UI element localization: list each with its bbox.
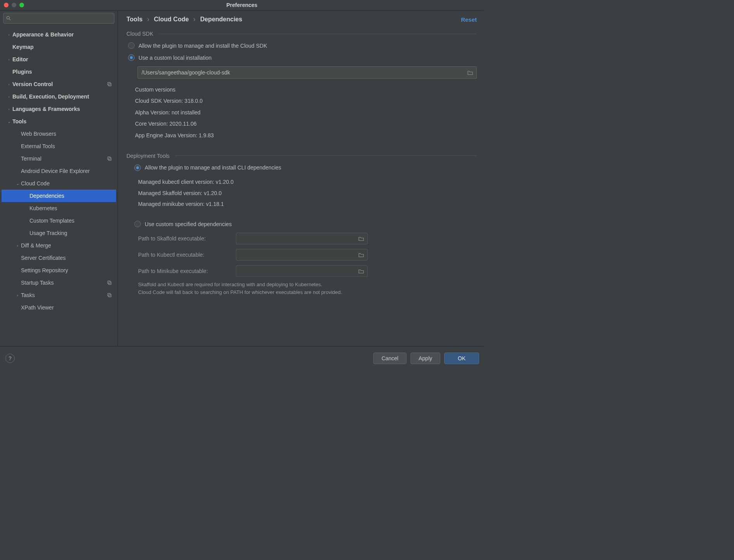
hint-line: Cloud Code will fall back to searching o… bbox=[138, 289, 477, 296]
section-divider bbox=[175, 156, 477, 156]
sidebar-item-custom-templates[interactable]: Custom Templates bbox=[2, 214, 116, 227]
managed-minikube: Managed minikube version: v1.18.1 bbox=[138, 199, 477, 210]
sidebar-item-label: Tools bbox=[12, 118, 112, 124]
folder-icon[interactable] bbox=[358, 252, 364, 258]
sidebar-item-terminal[interactable]: Terminal bbox=[2, 152, 116, 165]
svg-point-0 bbox=[7, 16, 9, 19]
breadcrumb-sep: › bbox=[194, 16, 196, 23]
sidebar-item-server-certificates[interactable]: Server Certificates bbox=[2, 252, 116, 264]
sidebar-item-diff-merge[interactable]: ›Diff & Merge bbox=[2, 239, 116, 252]
folder-icon[interactable] bbox=[467, 70, 473, 75]
hint-text: Skaffold and Kubectl are required for in… bbox=[138, 281, 477, 296]
search-icon bbox=[6, 16, 11, 21]
sidebar-item-settings-repository[interactable]: Settings Repository bbox=[2, 264, 116, 277]
chevron-right-icon[interactable]: › bbox=[5, 94, 12, 99]
version-core: Core Version: 2020.11.06 bbox=[135, 118, 477, 130]
ok-button[interactable]: OK bbox=[444, 353, 479, 364]
copy-icon[interactable] bbox=[107, 81, 112, 87]
close-window-button[interactable] bbox=[4, 3, 9, 7]
radio-label: Allow the plugin to manage and install C… bbox=[145, 164, 281, 171]
copy-icon[interactable] bbox=[107, 292, 112, 298]
breadcrumb-item: Dependencies bbox=[200, 16, 242, 23]
sdk-path-field[interactable]: /Users/sangeethaa/google-cloud-sdk bbox=[137, 66, 477, 79]
sidebar-item-plugins[interactable]: Plugins bbox=[2, 66, 116, 78]
breadcrumb-item[interactable]: Cloud Code bbox=[154, 16, 189, 23]
radio-icon bbox=[128, 54, 135, 61]
sidebar-item-appearance-behavior[interactable]: ›Appearance & Behavior bbox=[2, 28, 116, 41]
sidebar-item-label: Build, Execution, Deployment bbox=[12, 93, 112, 100]
sidebar-item-editor[interactable]: ›Editor bbox=[2, 53, 116, 66]
sidebar-item-label: Server Certificates bbox=[21, 255, 112, 261]
svg-rect-3 bbox=[107, 82, 110, 85]
exec-minikube-row: Path to Minikube executable: bbox=[138, 265, 477, 277]
sidebar-item-xpath-viewer[interactable]: XPath Viewer bbox=[2, 301, 116, 314]
cancel-button[interactable]: Cancel bbox=[373, 353, 407, 364]
reset-link[interactable]: Reset bbox=[461, 16, 477, 23]
sidebar-item-label: Cloud Code bbox=[21, 180, 112, 187]
sidebar-item-kubernetes[interactable]: Kubernetes bbox=[2, 202, 116, 214]
folder-icon[interactable] bbox=[358, 236, 364, 241]
sidebar-item-startup-tasks[interactable]: Startup Tasks bbox=[2, 277, 116, 289]
folder-icon[interactable] bbox=[358, 268, 364, 274]
radio-icon bbox=[134, 164, 141, 171]
copy-icon[interactable] bbox=[107, 156, 112, 161]
sidebar-item-dependencies[interactable]: Dependencies bbox=[2, 190, 116, 202]
sidebar-item-keymap[interactable]: Keymap bbox=[2, 41, 116, 53]
radio-sdk-custom[interactable]: Use a custom local installation bbox=[128, 54, 477, 61]
managed-skaffold: Managed Skaffold version: v1.20.0 bbox=[138, 188, 477, 199]
svg-rect-5 bbox=[107, 157, 110, 159]
chevron-right-icon[interactable]: › bbox=[5, 82, 12, 86]
preferences-sidebar: ›Appearance & BehaviorKeymap›EditorPlugi… bbox=[0, 10, 118, 346]
sidebar-item-label: XPath Viewer bbox=[21, 304, 112, 311]
sidebar-item-label: Keymap bbox=[12, 44, 112, 50]
hint-line: Skaffold and Kubectl are required for in… bbox=[138, 281, 477, 289]
chevron-right-icon[interactable]: › bbox=[14, 293, 21, 297]
sidebar-item-label: External Tools bbox=[21, 143, 112, 149]
sidebar-item-label: Appearance & Behavior bbox=[12, 31, 112, 38]
sidebar-item-version-control[interactable]: ›Version Control bbox=[2, 78, 116, 90]
sdk-path-value: /Users/sangeethaa/google-cloud-sdk bbox=[142, 69, 230, 76]
preferences-content: Tools › Cloud Code › Dependencies Reset … bbox=[118, 10, 484, 346]
sidebar-item-usage-tracking[interactable]: Usage Tracking bbox=[2, 227, 116, 239]
sidebar-item-external-tools[interactable]: External Tools bbox=[2, 140, 116, 152]
radio-sdk-manage[interactable]: Allow the plugin to manage and install t… bbox=[128, 42, 477, 49]
chevron-down-icon[interactable]: ⌄ bbox=[14, 181, 21, 186]
svg-rect-9 bbox=[107, 293, 110, 296]
sidebar-item-tasks[interactable]: ›Tasks bbox=[2, 289, 116, 301]
sidebar-item-label: Tasks bbox=[21, 292, 107, 298]
search-input[interactable] bbox=[3, 13, 114, 24]
sidebar-item-build-execution-deployment[interactable]: ›Build, Execution, Deployment bbox=[2, 90, 116, 103]
sidebar-item-tools[interactable]: ⌄Tools bbox=[2, 115, 116, 128]
chevron-right-icon[interactable]: › bbox=[5, 32, 12, 37]
radio-label: Use custom specified dependencies bbox=[145, 221, 232, 227]
sidebar-item-web-browsers[interactable]: Web Browsers bbox=[2, 128, 116, 140]
radio-dep-custom[interactable]: Use custom specified dependencies bbox=[134, 221, 477, 227]
chevron-right-icon[interactable]: › bbox=[5, 57, 12, 62]
copy-icon[interactable] bbox=[107, 280, 112, 285]
exec-skaffold-input[interactable] bbox=[236, 233, 368, 244]
sidebar-item-cloud-code[interactable]: ⌄Cloud Code bbox=[2, 177, 116, 190]
chevron-right-icon[interactable]: › bbox=[5, 107, 12, 111]
exec-kubectl-row: Path to Kubectl executable: bbox=[138, 249, 477, 261]
chevron-right-icon[interactable]: › bbox=[14, 243, 21, 248]
exec-kubectl-input[interactable] bbox=[236, 249, 368, 261]
chevron-down-icon[interactable]: ⌄ bbox=[5, 119, 12, 124]
footer: ? Cancel Apply OK bbox=[0, 346, 484, 370]
help-button[interactable]: ? bbox=[5, 354, 15, 363]
sidebar-item-label: Custom Templates bbox=[29, 218, 112, 224]
breadcrumb-item[interactable]: Tools bbox=[126, 16, 142, 23]
radio-dep-manage[interactable]: Allow the plugin to manage and install C… bbox=[134, 164, 477, 171]
section-title: Cloud SDK bbox=[126, 31, 153, 37]
svg-rect-2 bbox=[109, 83, 111, 86]
version-sdk: Cloud SDK Version: 318.0.0 bbox=[135, 95, 477, 107]
exec-label: Path to Skaffold executable: bbox=[138, 235, 236, 242]
maximize-window-button[interactable] bbox=[19, 3, 24, 7]
sidebar-item-languages-frameworks[interactable]: ›Languages & Frameworks bbox=[2, 103, 116, 115]
sidebar-item-label: Kubernetes bbox=[29, 205, 112, 211]
exec-minikube-input[interactable] bbox=[236, 265, 368, 277]
sidebar-item-label: Settings Repository bbox=[21, 267, 112, 273]
minimize-window-button[interactable] bbox=[12, 3, 16, 7]
sidebar-item-android-device-file-explorer[interactable]: Android Device File Explorer bbox=[2, 165, 116, 177]
managed-versions-block: Managed kubectl client version: v1.20.0 … bbox=[138, 176, 477, 210]
apply-button[interactable]: Apply bbox=[410, 353, 440, 364]
